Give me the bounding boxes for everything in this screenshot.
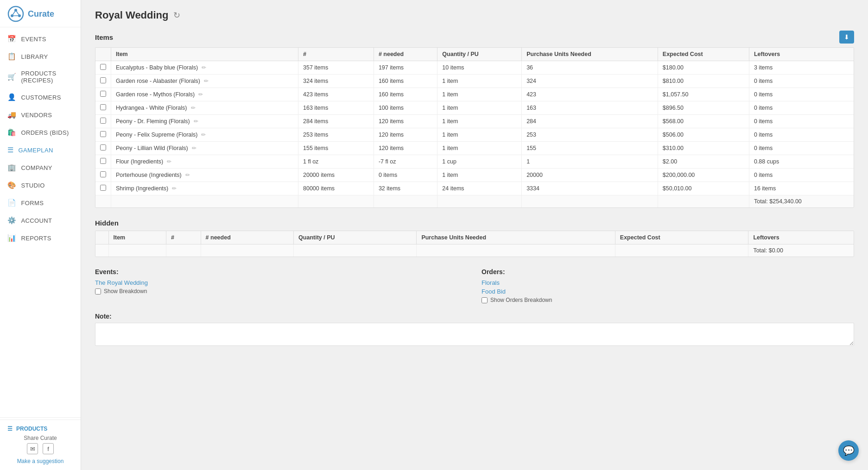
edit-icon[interactable]: ✏ bbox=[201, 132, 206, 138]
sidebar-item-forms[interactable]: 📄 FORMS bbox=[0, 194, 81, 212]
sidebar-item-studio[interactable]: 🎨 STUDIO bbox=[0, 176, 81, 194]
th-hidden-checkbox bbox=[95, 231, 108, 244]
row-number-cell: 284 items bbox=[298, 115, 374, 128]
row-number-cell: 163 items bbox=[298, 101, 374, 115]
food-bid-order-link[interactable]: Food Bid bbox=[482, 288, 854, 295]
hidden-total-item-cell bbox=[108, 244, 166, 257]
row-qty-pu-cell: 1 item bbox=[437, 128, 522, 142]
email-share-button[interactable]: ✉ bbox=[27, 443, 38, 454]
row-expected-cost-cell: $810.00 bbox=[658, 75, 749, 88]
row-checkbox-5[interactable] bbox=[100, 131, 106, 137]
row-item-cell: Peony - Lillian Wild (Florals) ✏ bbox=[111, 142, 298, 155]
bottom-row: Events: The Royal Wedding Show Breakdown… bbox=[95, 268, 854, 303]
facebook-share-button[interactable]: f bbox=[43, 443, 54, 454]
chat-button[interactable]: 💬 bbox=[838, 440, 859, 461]
show-orders-breakdown-label[interactable]: Show Orders Breakdown bbox=[482, 297, 854, 303]
row-checkbox-2[interactable] bbox=[100, 91, 106, 97]
row-checkbox-cell bbox=[95, 75, 111, 88]
th-qty-pu: Quantity / PU bbox=[437, 48, 522, 61]
gameplan-nav-icon: ☰ bbox=[7, 146, 13, 154]
sidebar-item-account[interactable]: ⚙️ ACCOUNT bbox=[0, 212, 81, 229]
row-checkbox-9[interactable] bbox=[100, 185, 106, 191]
hidden-total-number-cell bbox=[166, 244, 201, 257]
table-row: Garden rose - Alabaster (Florals) ✏ 324 … bbox=[95, 75, 854, 88]
note-section: Note: bbox=[95, 313, 854, 347]
florals-order-link[interactable]: Florals bbox=[482, 279, 854, 286]
suggest-link[interactable]: Make a suggestion bbox=[7, 458, 73, 464]
sidebar-label-library: LIBRARY bbox=[21, 53, 48, 60]
row-number-cell: 1 fl oz bbox=[298, 155, 374, 169]
row-checkbox-3[interactable] bbox=[100, 104, 106, 110]
th-checkbox bbox=[95, 48, 111, 61]
sidebar-item-gameplan[interactable]: ☰ GAMEPLAN bbox=[0, 141, 81, 159]
row-checkbox-7[interactable] bbox=[100, 158, 106, 164]
show-orders-breakdown-checkbox[interactable] bbox=[482, 297, 488, 303]
edit-icon[interactable]: ✏ bbox=[167, 158, 171, 165]
row-number-cell: 324 items bbox=[298, 75, 374, 88]
sidebar-item-company[interactable]: 🏢 COMPANY bbox=[0, 159, 81, 176]
download-button[interactable]: ⬇ bbox=[839, 31, 854, 44]
edit-icon[interactable]: ✏ bbox=[194, 118, 198, 125]
th-pu-needed: Purchase Units Needed bbox=[522, 48, 658, 61]
row-expected-cost-cell: $568.00 bbox=[658, 115, 749, 128]
row-item-name: Garden rose - Alabaster (Florals) bbox=[116, 78, 200, 84]
row-expected-cost-cell: $1,057.50 bbox=[658, 88, 749, 101]
th-needed: # needed bbox=[374, 48, 437, 61]
edit-icon[interactable]: ✏ bbox=[198, 91, 203, 98]
sidebar-item-orders[interactable]: 🛍️ ORDERS (BIDS) bbox=[0, 124, 81, 141]
edit-icon[interactable]: ✏ bbox=[172, 185, 177, 192]
edit-icon[interactable]: ✏ bbox=[192, 145, 196, 151]
th-hidden-qty-pu: Quantity / PU bbox=[294, 231, 417, 244]
row-qty-pu-cell: 1 item bbox=[437, 101, 522, 115]
row-checkbox-8[interactable] bbox=[100, 171, 106, 177]
th-hidden-number: # bbox=[166, 231, 201, 244]
hidden-total-needed-cell bbox=[201, 244, 294, 257]
edit-icon[interactable]: ✏ bbox=[204, 78, 209, 84]
row-checkbox-4[interactable] bbox=[100, 118, 106, 124]
table-row: Shrimp (Ingredients) ✏ 80000 items 32 it… bbox=[95, 182, 854, 195]
sidebar-label-reports: REPORTS bbox=[21, 235, 51, 242]
sidebar-item-customers[interactable]: 👤 CUSTOMERS bbox=[0, 88, 81, 106]
items-section: Items ⬇ Item # # needed Quantity / PU Pu… bbox=[95, 31, 854, 208]
sidebar-item-reports[interactable]: 📊 REPORTS bbox=[0, 229, 81, 247]
reports-nav-icon: 📊 bbox=[7, 234, 16, 242]
row-item-cell: Hydrangea - White (Florals) ✏ bbox=[111, 101, 298, 115]
refresh-icon[interactable]: ↻ bbox=[173, 10, 180, 20]
row-needed-cell: 197 items bbox=[374, 61, 437, 75]
row-needed-cell: 100 items bbox=[374, 101, 437, 115]
table-row: Porterhouse (Ingredients) ✏ 20000 items … bbox=[95, 169, 854, 182]
note-textarea[interactable] bbox=[95, 323, 854, 346]
th-hidden-needed: # needed bbox=[201, 231, 294, 244]
sidebar-item-events[interactable]: 📅 EVENTS bbox=[0, 30, 81, 48]
row-qty-pu-cell: 1 item bbox=[437, 75, 522, 88]
row-checkbox-0[interactable] bbox=[100, 64, 106, 70]
row-expected-cost-cell: $200,000.00 bbox=[658, 169, 749, 182]
row-checkbox-1[interactable] bbox=[100, 77, 106, 83]
row-needed-cell: 0 items bbox=[374, 169, 437, 182]
row-qty-pu-cell: 1 cup bbox=[437, 155, 522, 169]
sidebar-item-products[interactable]: 🛒 PRODUCTS (RECIPES) bbox=[0, 65, 81, 88]
row-needed-cell: 120 items bbox=[374, 142, 437, 155]
edit-icon[interactable]: ✏ bbox=[185, 172, 190, 178]
events-section: Events: The Royal Wedding Show Breakdown bbox=[95, 268, 468, 303]
sidebar-item-vendors[interactable]: 🚚 VENDORS bbox=[0, 106, 81, 124]
show-breakdown-label[interactable]: Show Breakdown bbox=[95, 288, 468, 295]
total-needed-cell bbox=[374, 195, 437, 208]
sidebar-label-vendors: VENDORS bbox=[21, 112, 52, 119]
svg-line-5 bbox=[16, 10, 19, 16]
edit-icon[interactable]: ✏ bbox=[191, 105, 196, 111]
events-nav-icon: 📅 bbox=[7, 35, 16, 43]
items-section-header: Items ⬇ bbox=[95, 31, 854, 44]
event-link[interactable]: The Royal Wedding bbox=[95, 279, 468, 286]
library-nav-icon: 📋 bbox=[7, 52, 16, 61]
sidebar-item-library[interactable]: 📋 LIBRARY bbox=[0, 48, 81, 65]
logo-area: Curate bbox=[0, 0, 81, 27]
row-number-cell: 20000 items bbox=[298, 169, 374, 182]
row-expected-cost-cell: $506.00 bbox=[658, 128, 749, 142]
edit-icon[interactable]: ✏ bbox=[202, 64, 206, 71]
row-item-name: Shrimp (Ingredients) bbox=[116, 185, 168, 192]
th-expected-cost: Expected Cost bbox=[658, 48, 749, 61]
customers-nav-icon: 👤 bbox=[7, 93, 16, 101]
show-breakdown-checkbox[interactable] bbox=[95, 288, 101, 295]
row-checkbox-6[interactable] bbox=[100, 144, 106, 150]
